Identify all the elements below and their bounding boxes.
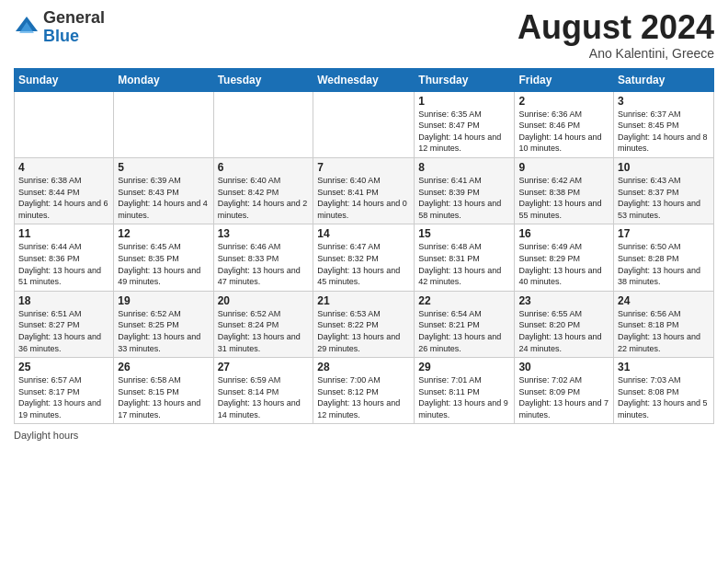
calendar-cell: 14Sunrise: 6:47 AM Sunset: 8:32 PM Dayli… [313,224,415,291]
calendar-week-row: 25Sunrise: 6:57 AM Sunset: 8:17 PM Dayli… [15,358,714,424]
day-info: Sunrise: 6:47 AM Sunset: 8:32 PM Dayligh… [317,241,410,287]
calendar-cell: 28Sunrise: 7:00 AM Sunset: 8:12 PM Dayli… [313,358,415,424]
calendar-cell: 29Sunrise: 7:01 AM Sunset: 8:11 PM Dayli… [415,358,515,424]
day-info: Sunrise: 6:56 AM Sunset: 8:18 PM Dayligh… [618,308,710,354]
calendar-header-cell: Sunday [15,68,114,91]
day-number: 16 [518,227,609,240]
calendar-cell: 13Sunrise: 6:46 AM Sunset: 8:33 PM Dayli… [213,224,313,291]
day-number: 7 [317,161,410,174]
calendar-cell: 22Sunrise: 6:54 AM Sunset: 8:21 PM Dayli… [415,291,515,357]
day-info: Sunrise: 6:51 AM Sunset: 8:27 PM Dayligh… [18,308,109,354]
day-number: 21 [317,294,410,307]
day-info: Sunrise: 6:50 AM Sunset: 8:28 PM Dayligh… [618,241,710,287]
calendar-cell: 4Sunrise: 6:38 AM Sunset: 8:44 PM Daylig… [15,157,114,224]
day-number: 22 [418,294,510,307]
logo-text: General Blue [43,9,105,46]
calendar-cell: 18Sunrise: 6:51 AM Sunset: 8:27 PM Dayli… [15,291,114,357]
calendar-cell: 10Sunrise: 6:43 AM Sunset: 8:37 PM Dayli… [614,157,714,224]
calendar-cell: 12Sunrise: 6:45 AM Sunset: 8:35 PM Dayli… [114,224,213,291]
day-info: Sunrise: 6:42 AM Sunset: 8:38 PM Dayligh… [518,175,609,221]
calendar-cell: 15Sunrise: 6:48 AM Sunset: 8:31 PM Dayli… [415,224,515,291]
day-info: Sunrise: 6:44 AM Sunset: 8:36 PM Dayligh… [18,241,109,287]
day-number: 27 [218,361,310,373]
calendar-cell: 11Sunrise: 6:44 AM Sunset: 8:36 PM Dayli… [15,224,114,291]
daylight-label: Daylight hours [14,430,78,441]
day-info: Sunrise: 6:41 AM Sunset: 8:39 PM Dayligh… [418,175,510,221]
calendar-cell: 8Sunrise: 6:41 AM Sunset: 8:39 PM Daylig… [415,157,515,224]
day-info: Sunrise: 6:35 AM Sunset: 8:47 PM Dayligh… [418,109,510,155]
calendar-cell: 2Sunrise: 6:36 AM Sunset: 8:46 PM Daylig… [515,91,614,157]
day-info: Sunrise: 6:43 AM Sunset: 8:37 PM Dayligh… [618,175,710,221]
calendar-cell: 19Sunrise: 6:52 AM Sunset: 8:25 PM Dayli… [114,291,213,357]
calendar-week-row: 1Sunrise: 6:35 AM Sunset: 8:47 PM Daylig… [15,91,714,157]
calendar-cell: 24Sunrise: 6:56 AM Sunset: 8:18 PM Dayli… [614,291,714,357]
day-info: Sunrise: 6:52 AM Sunset: 8:24 PM Dayligh… [218,308,310,354]
day-info: Sunrise: 6:38 AM Sunset: 8:44 PM Dayligh… [18,175,109,221]
calendar-cell: 1Sunrise: 6:35 AM Sunset: 8:47 PM Daylig… [415,91,515,157]
title-month: August 2024 [518,9,714,46]
day-number: 6 [218,161,310,174]
day-info: Sunrise: 7:01 AM Sunset: 8:11 PM Dayligh… [418,374,510,420]
calendar-header-cell: Thursday [415,68,515,91]
day-number: 20 [218,294,310,307]
calendar-cell: 6Sunrise: 6:40 AM Sunset: 8:42 PM Daylig… [213,157,313,224]
day-info: Sunrise: 6:45 AM Sunset: 8:35 PM Dayligh… [118,241,209,287]
day-number: 31 [618,361,710,373]
page: General Blue August 2024 Ano Kalentini, … [0,0,728,563]
title-block: August 2024 Ano Kalentini, Greece [518,9,714,61]
calendar-week-row: 11Sunrise: 6:44 AM Sunset: 8:36 PM Dayli… [15,224,714,291]
day-number: 10 [618,161,710,174]
day-number: 12 [118,227,209,240]
calendar-cell [313,91,415,157]
title-location: Ano Kalentini, Greece [518,46,714,61]
calendar-header-cell: Saturday [614,68,714,91]
calendar-cell: 31Sunrise: 7:03 AM Sunset: 8:08 PM Dayli… [614,358,714,424]
day-number: 19 [118,294,209,307]
day-info: Sunrise: 6:49 AM Sunset: 8:29 PM Dayligh… [518,241,609,287]
day-info: Sunrise: 6:57 AM Sunset: 8:17 PM Dayligh… [18,374,109,420]
day-info: Sunrise: 6:48 AM Sunset: 8:31 PM Dayligh… [418,241,510,287]
calendar-week-row: 4Sunrise: 6:38 AM Sunset: 8:44 PM Daylig… [15,157,714,224]
calendar-cell: 16Sunrise: 6:49 AM Sunset: 8:29 PM Dayli… [515,224,614,291]
day-info: Sunrise: 6:55 AM Sunset: 8:20 PM Dayligh… [518,308,609,354]
day-number: 30 [518,361,609,373]
day-number: 2 [518,95,609,108]
calendar-cell: 3Sunrise: 6:37 AM Sunset: 8:45 PM Daylig… [614,91,714,157]
day-info: Sunrise: 6:40 AM Sunset: 8:41 PM Dayligh… [317,175,410,221]
header: General Blue August 2024 Ano Kalentini, … [14,9,714,61]
calendar-header-cell: Wednesday [313,68,415,91]
footer: Daylight hours [14,430,714,441]
day-number: 5 [118,161,209,174]
day-number: 13 [218,227,310,240]
calendar-cell: 21Sunrise: 6:53 AM Sunset: 8:22 PM Dayli… [313,291,415,357]
calendar-week-row: 18Sunrise: 6:51 AM Sunset: 8:27 PM Dayli… [15,291,714,357]
day-number: 4 [18,161,109,174]
calendar-cell: 17Sunrise: 6:50 AM Sunset: 8:28 PM Dayli… [614,224,714,291]
day-info: Sunrise: 7:02 AM Sunset: 8:09 PM Dayligh… [518,374,609,420]
calendar-cell: 23Sunrise: 6:55 AM Sunset: 8:20 PM Dayli… [515,291,614,357]
logo-general: General [43,8,105,27]
calendar-header-cell: Tuesday [213,68,313,91]
day-info: Sunrise: 6:52 AM Sunset: 8:25 PM Dayligh… [118,308,209,354]
day-info: Sunrise: 6:39 AM Sunset: 8:43 PM Dayligh… [118,175,209,221]
day-number: 15 [418,227,510,240]
logo-icon [14,15,40,40]
day-number: 3 [618,95,710,108]
calendar-header-cell: Friday [515,68,614,91]
day-number: 24 [618,294,710,307]
calendar-cell: 9Sunrise: 6:42 AM Sunset: 8:38 PM Daylig… [515,157,614,224]
day-number: 26 [118,361,209,373]
calendar-table: SundayMondayTuesdayWednesdayThursdayFrid… [14,68,714,425]
day-number: 25 [18,361,109,373]
day-number: 8 [418,161,510,174]
calendar-cell: 25Sunrise: 6:57 AM Sunset: 8:17 PM Dayli… [15,358,114,424]
day-number: 1 [418,95,510,108]
day-info: Sunrise: 6:54 AM Sunset: 8:21 PM Dayligh… [418,308,510,354]
day-number: 29 [418,361,510,373]
day-info: Sunrise: 6:59 AM Sunset: 8:14 PM Dayligh… [218,374,310,420]
calendar-header-cell: Monday [114,68,213,91]
logo-blue: Blue [43,27,79,45]
calendar-cell: 30Sunrise: 7:02 AM Sunset: 8:09 PM Dayli… [515,358,614,424]
logo: General Blue [14,9,105,46]
day-number: 14 [317,227,410,240]
